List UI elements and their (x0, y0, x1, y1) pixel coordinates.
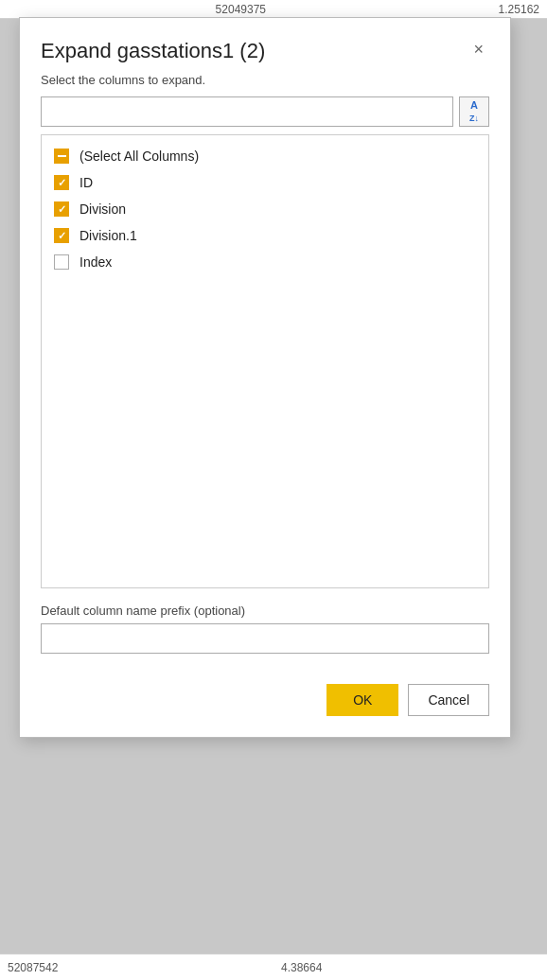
checkbox-unchecked-icon-index (54, 254, 69, 270)
bg-cell-2: 1.25162 (274, 3, 547, 16)
column-label-index: Index (79, 254, 112, 270)
close-button[interactable]: × (468, 39, 489, 60)
prefix-input[interactable] (41, 623, 489, 654)
modal-header: Expand gasstations1 (2) × (20, 18, 510, 73)
checkbox-division1 (53, 227, 70, 244)
prefix-section: Default column name prefix (optional) (41, 604, 489, 654)
search-input[interactable] (41, 96, 453, 127)
expand-columns-dialog: Expand gasstations1 (2) × Select the col… (19, 17, 511, 738)
checkbox-select-all (53, 148, 70, 165)
checkbox-checked-icon-division1 (54, 228, 69, 243)
column-item-select-all[interactable]: (Select All Columns) (42, 143, 488, 169)
columns-list: (Select All Columns) ID Division (41, 134, 489, 588)
sort-az-icon: AZ↓ (469, 99, 479, 124)
checkbox-index (53, 254, 70, 271)
column-item-division1[interactable]: Division.1 (42, 222, 488, 249)
checkbox-division (53, 201, 70, 218)
bg-bottom-cell-1: 52087542 (0, 961, 274, 974)
column-label-division1: Division.1 (79, 228, 137, 243)
bg-bottom-cell-2: 4.38664 (274, 961, 547, 974)
modal-body: Select the columns to expand. AZ↓ (Selec… (20, 73, 510, 669)
checkbox-id (53, 174, 70, 191)
column-item-index[interactable]: Index (42, 249, 488, 275)
column-label-division: Division (79, 201, 126, 217)
bg-cell-1: 52049375 (0, 3, 274, 16)
ok-button[interactable]: OK (326, 684, 398, 716)
search-row: AZ↓ (41, 96, 489, 127)
modal-footer: OK Cancel (20, 669, 510, 737)
column-item-division[interactable]: Division (42, 196, 488, 222)
modal-subtitle: Select the columns to expand. (41, 73, 489, 87)
modal-title: Expand gasstations1 (2) (41, 39, 265, 63)
checkbox-checked-icon (54, 175, 69, 190)
column-item-id[interactable]: ID (42, 169, 488, 196)
column-label-select-all: (Select All Columns) (79, 149, 199, 164)
cancel-button[interactable]: Cancel (408, 684, 489, 716)
checkbox-indeterminate-icon (54, 149, 69, 164)
checkbox-checked-icon-division (54, 201, 69, 217)
sort-button[interactable]: AZ↓ (459, 96, 489, 127)
column-label-id: ID (79, 175, 93, 190)
prefix-label: Default column name prefix (optional) (41, 604, 489, 618)
